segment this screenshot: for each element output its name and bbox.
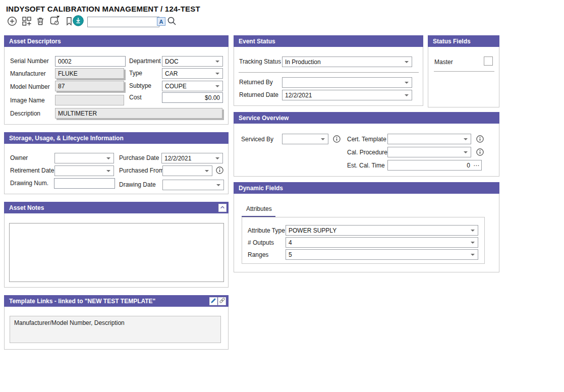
cost-label: Cost	[129, 93, 142, 102]
storage-header: Storage, Usage, & Lifecycle Information	[4, 132, 229, 144]
chevron-down-icon	[471, 242, 475, 244]
search-icon	[167, 16, 177, 27]
drawing-date-dropdown[interactable]	[162, 180, 224, 190]
chevron-down-icon	[215, 157, 219, 159]
chevron-down-icon	[215, 85, 219, 87]
add-icon	[7, 16, 17, 28]
retirement-date-dropdown[interactable]	[54, 165, 114, 176]
tracking-status-dropdown[interactable]: In Production	[282, 57, 412, 67]
service-overview-header: Service Overview	[234, 112, 499, 124]
divider	[434, 71, 494, 72]
pencil-icon	[210, 298, 216, 305]
quick-search-input[interactable]	[87, 17, 159, 27]
add-button[interactable]	[6, 16, 18, 28]
chevron-down-icon	[471, 230, 475, 232]
drawing-num-input[interactable]	[54, 178, 115, 189]
manufacturer-label: Manufacturer	[10, 69, 46, 78]
tracking-status-label: Tracking Status	[239, 57, 281, 66]
divider	[239, 72, 419, 73]
model-number-field[interactable]: 87	[55, 81, 124, 91]
est-cal-time-label: Est. Cal. Time	[347, 161, 385, 170]
ranges-value: 5	[289, 251, 292, 258]
link-template-button[interactable]	[218, 297, 226, 305]
search-button[interactable]	[166, 17, 177, 27]
check-in-button[interactable]	[72, 15, 84, 27]
image-name-label: Image Name	[10, 96, 45, 105]
serviced-by-label: Serviced By	[241, 135, 273, 144]
asset-descriptors-header: Asset Descriptors	[4, 35, 229, 47]
chevron-down-icon	[464, 138, 468, 140]
info-icon	[216, 166, 223, 174]
type-dropdown[interactable]: CAR	[162, 68, 223, 79]
chevron-down-icon	[216, 184, 220, 186]
returned-date-label: Returned Date	[239, 90, 278, 99]
edit-template-button[interactable]	[209, 297, 217, 305]
chevron-down-icon	[106, 157, 110, 159]
returned-date-value: 12/2/2021	[285, 92, 312, 99]
description-label: Description	[10, 109, 40, 118]
est-cal-time-field[interactable]: 0⋯	[387, 160, 482, 171]
purchased-from-info-button[interactable]	[216, 166, 223, 174]
serviced-by-dropdown[interactable]	[282, 134, 328, 144]
image-name-field[interactable]	[55, 95, 124, 105]
cal-procedure-info-button[interactable]	[476, 148, 484, 156]
outputs-label: # Outputs	[248, 238, 274, 247]
collapse-panel-button[interactable]	[218, 204, 227, 212]
ellipsis-button[interactable]: ⋯	[473, 163, 479, 168]
chevron-down-icon	[215, 73, 219, 75]
department-value: DOC	[165, 58, 179, 65]
match-case-button[interactable]: A	[157, 17, 165, 26]
chevron-down-icon	[405, 94, 409, 96]
returned-by-dropdown[interactable]	[282, 77, 412, 88]
drawing-num-label: Drawing Num.	[10, 179, 48, 188]
storage-panel: Storage, Usage, & Lifecycle Information …	[4, 132, 229, 194]
retirement-date-label: Retirement Date	[10, 166, 54, 175]
chevron-up-icon	[219, 204, 225, 212]
schedule-icon	[49, 15, 61, 28]
purchase-date-dropdown[interactable]: 12/2/2021	[161, 153, 223, 163]
chevron-down-icon	[205, 170, 209, 172]
new-asset-icon	[22, 16, 32, 28]
outputs-dropdown[interactable]: 4	[286, 237, 478, 248]
purchased-from-dropdown[interactable]	[162, 165, 212, 176]
template-links-panel: Template Links - linked to "NEW TEST TEM…	[4, 295, 229, 350]
outputs-value: 4	[289, 239, 292, 246]
serial-number-input[interactable]	[55, 56, 126, 67]
manufacturer-field[interactable]: FLUKE	[55, 68, 124, 79]
new-asset-button[interactable]	[21, 16, 33, 28]
template-links-header: Template Links - linked to "NEW TEST TEM…	[4, 295, 229, 307]
schedule-button[interactable]	[49, 15, 61, 27]
subtype-value: COUPE	[165, 83, 187, 90]
chevron-down-icon	[464, 151, 468, 153]
info-icon	[333, 135, 341, 143]
cert-template-info-button[interactable]	[476, 135, 484, 143]
cal-procedure-dropdown[interactable]	[387, 147, 471, 157]
tab-attributes[interactable]: Attributes	[246, 205, 272, 212]
owner-label: Owner	[10, 153, 28, 162]
cost-input[interactable]	[162, 92, 223, 103]
attribute-type-dropdown[interactable]: POWER SUPPLY	[286, 225, 478, 236]
cert-template-dropdown[interactable]	[387, 134, 471, 144]
info-icon	[476, 148, 484, 156]
delete-icon	[35, 16, 45, 28]
status-fields-header: Status Fields	[428, 35, 499, 47]
department-dropdown[interactable]: DOC	[162, 56, 223, 67]
subtype-label: Subtype	[129, 81, 151, 90]
asset-notes-header: Asset Notes	[4, 202, 229, 213]
page-title: INDYSOFT CALIBRATION MANAGEMENT / 124-TE…	[6, 5, 200, 13]
returned-date-dropdown[interactable]: 12/2/2021	[282, 90, 412, 100]
owner-dropdown[interactable]	[54, 153, 114, 163]
serviced-by-info-button[interactable]	[333, 135, 341, 143]
master-checkbox[interactable]	[484, 57, 493, 66]
check-in-icon	[72, 15, 84, 28]
asset-notes-textarea[interactable]	[9, 223, 224, 282]
cert-template-label: Cert. Template	[347, 135, 386, 144]
purchase-date-value: 12/2/2021	[164, 155, 191, 162]
type-value: CAR	[165, 70, 178, 77]
delete-button[interactable]	[34, 16, 46, 28]
subtype-dropdown[interactable]: COUPE	[162, 81, 223, 91]
template-links-list: Manufacturer/Model Number, Description	[10, 316, 221, 343]
department-label: Department	[129, 57, 161, 66]
description-field[interactable]: MULTIMETER	[55, 108, 222, 119]
ranges-dropdown[interactable]: 5	[286, 249, 478, 260]
